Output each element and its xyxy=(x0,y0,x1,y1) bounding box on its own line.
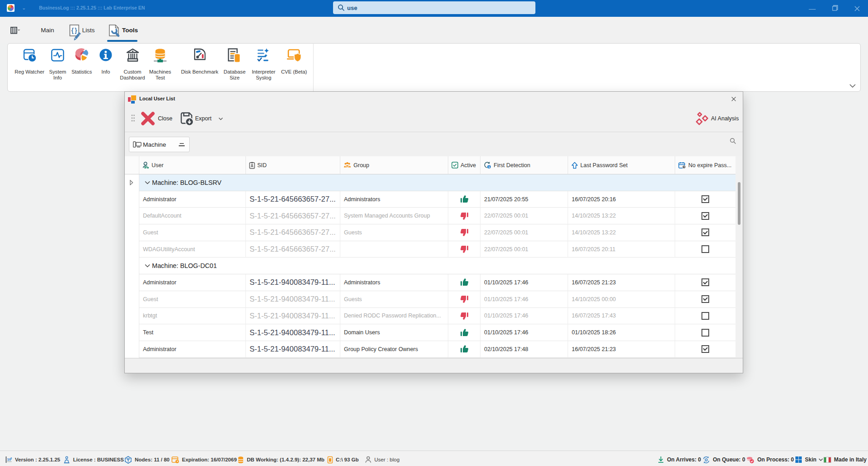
svg-text:1: 1 xyxy=(488,165,490,169)
svg-text:}: } xyxy=(75,27,78,34)
svg-text:{: { xyxy=(71,27,74,34)
svg-text:3: 3 xyxy=(10,457,12,460)
